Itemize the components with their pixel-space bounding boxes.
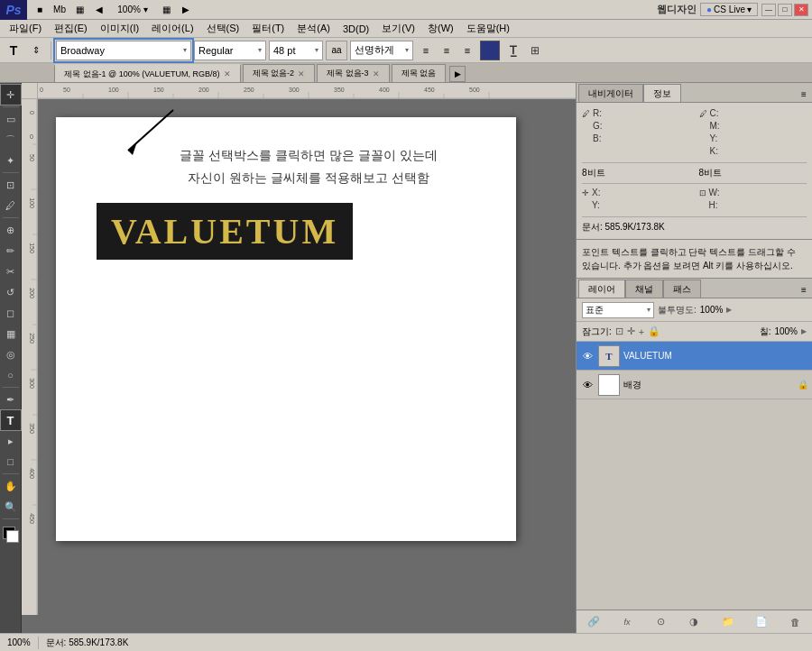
system-icon-4[interactable]: ◀ bbox=[90, 2, 108, 18]
background-color[interactable] bbox=[6, 530, 19, 543]
clone-tool[interactable]: ✂ bbox=[1, 261, 21, 281]
layer-delete-button[interactable]: 🗑 bbox=[786, 613, 804, 631]
valuetum-container[interactable]: VALUETUM bbox=[97, 203, 353, 260]
options-panel-button[interactable]: ⊞ bbox=[525, 41, 545, 60]
history-tool[interactable]: ↺ bbox=[1, 282, 21, 302]
text-orientation-icon[interactable]: ⇕ bbox=[26, 41, 46, 60]
ruler-horizontal: // ruler ticks inline - just draw static… bbox=[38, 83, 576, 99]
font-family-dropdown[interactable]: Broadway ▾ bbox=[56, 41, 191, 60]
magic-wand-tool[interactable]: ✦ bbox=[1, 151, 21, 170]
panel-options-button[interactable]: ≡ bbox=[796, 86, 812, 102]
zoom-tool[interactable]: 🔍 bbox=[1, 497, 21, 517]
system-icon-2[interactable]: Mb bbox=[51, 2, 69, 18]
layer-link-button[interactable]: 🔗 bbox=[585, 613, 603, 631]
layer-fx-button[interactable]: fx bbox=[618, 613, 636, 631]
antialiasing-button[interactable]: aa bbox=[326, 41, 347, 60]
zoom-display[interactable]: 100% ▾ bbox=[110, 2, 155, 18]
close-button[interactable]: ✕ bbox=[794, 4, 808, 16]
heal-tool[interactable]: ⊕ bbox=[1, 220, 21, 240]
tab-channels[interactable]: 채널 bbox=[625, 280, 663, 298]
fill-value[interactable]: 100% bbox=[774, 326, 798, 336]
menu-analysis[interactable]: 분석(A) bbox=[291, 21, 336, 36]
menu-file[interactable]: 파일(F) bbox=[4, 21, 47, 36]
shape-tool[interactable]: □ bbox=[1, 452, 21, 472]
lock-pixels-icon[interactable]: ⊡ bbox=[615, 326, 623, 337]
tab-2-label: 제목 없음-2 bbox=[253, 68, 295, 79]
opacity-arrow[interactable]: ▶ bbox=[726, 306, 732, 314]
menu-3d[interactable]: 3D(D) bbox=[337, 23, 374, 35]
menu-image[interactable]: 이미지(I) bbox=[95, 21, 144, 36]
tab-document-3[interactable]: 제목 없음-3 ✕ bbox=[317, 64, 390, 82]
lock-position-icon[interactable]: ✛ bbox=[627, 326, 635, 337]
system-icon-5[interactable]: ▦ bbox=[157, 2, 175, 18]
menu-window[interactable]: 창(W) bbox=[422, 21, 459, 36]
lock-move-icon[interactable]: + bbox=[639, 326, 644, 337]
font-size-dropdown[interactable]: 48 pt ▾ bbox=[269, 41, 323, 60]
menu-view[interactable]: 보기(V) bbox=[376, 21, 420, 36]
align-right-button[interactable]: ≡ bbox=[457, 41, 477, 60]
menu-filter[interactable]: 필터(T) bbox=[246, 21, 290, 36]
lasso-tool[interactable]: ⌒ bbox=[1, 130, 21, 150]
layer-new-button[interactable]: 📄 bbox=[752, 613, 770, 631]
layer-mask-button[interactable]: ⊙ bbox=[651, 613, 669, 631]
brush-tool[interactable]: ✏ bbox=[1, 241, 21, 261]
blend-mode-dropdown[interactable]: 표준 ▾ bbox=[582, 302, 654, 318]
tab-overflow-button[interactable]: ▶ bbox=[449, 66, 466, 82]
tab-1-close[interactable]: ✕ bbox=[224, 69, 231, 78]
layer-visibility-bg[interactable]: 👁 bbox=[580, 378, 595, 392]
move-tool[interactable]: ✛ bbox=[1, 85, 21, 105]
ruler-v-svg: 0 0 50 100 150 200 250 300 350 400 450 bbox=[22, 99, 38, 615]
system-icon-3[interactable]: ▦ bbox=[70, 2, 88, 18]
fill-arrow[interactable]: ▶ bbox=[801, 327, 807, 335]
info-col-cmyk: 🖊 C: 🖊 M: 🖊 Y: 🖊 bbox=[699, 108, 807, 159]
gradient-tool[interactable]: ▦ bbox=[1, 324, 21, 344]
tab-document-4[interactable]: 제목 없음 bbox=[392, 64, 447, 82]
tab-paths[interactable]: 패스 bbox=[663, 280, 701, 298]
tab-3-close[interactable]: ✕ bbox=[373, 69, 380, 78]
text-tool-icon[interactable]: T bbox=[4, 41, 23, 60]
tab-document-1[interactable]: 제목 없음-1 @ 100% (VALUETUM, RGB/8) ✕ bbox=[54, 64, 241, 82]
layer-item-valuetum[interactable]: 👁 T VALUETUM bbox=[577, 342, 812, 371]
menu-layer[interactable]: 레이어(L) bbox=[146, 21, 198, 36]
layer-adjustment-button[interactable]: ◑ bbox=[685, 613, 703, 631]
layer-panel-options[interactable]: ≡ bbox=[796, 281, 812, 298]
tab-2-close[interactable]: ✕ bbox=[298, 69, 305, 78]
tab-info[interactable]: 정보 bbox=[643, 84, 681, 102]
tab-navigator[interactable]: 내비게이터 bbox=[578, 84, 643, 102]
marquee-tool[interactable]: ▭ bbox=[1, 109, 21, 129]
text-color-swatch[interactable] bbox=[480, 41, 500, 60]
cs-live-button[interactable]: ● CS Live ▾ bbox=[700, 3, 758, 16]
foreground-background[interactable] bbox=[1, 525, 21, 545]
pen-tool[interactable]: ✒ bbox=[1, 390, 21, 409]
layer-group-button[interactable]: 📁 bbox=[719, 613, 737, 631]
system-icon-1[interactable]: ■ bbox=[31, 2, 49, 18]
hand-tool[interactable]: ✋ bbox=[1, 476, 21, 496]
eyedropper-tool[interactable]: 🖊 bbox=[1, 196, 21, 215]
text-tool[interactable]: T bbox=[1, 410, 21, 430]
opacity-value[interactable]: 100% bbox=[700, 305, 724, 315]
menu-edit[interactable]: 편집(E) bbox=[49, 21, 93, 36]
document-canvas[interactable]: 글꼴 선택박스를 클릭하면 많은 글꼴이 있는데 자신이 원하는 글씨체를 적용… bbox=[56, 117, 516, 541]
system-icon-6[interactable]: ▶ bbox=[177, 2, 195, 18]
crop-tool[interactable]: ⊡ bbox=[1, 175, 21, 195]
sharp-dropdown[interactable]: 선명하게 ▾ bbox=[350, 41, 413, 60]
dodge-tool[interactable]: ○ bbox=[1, 365, 21, 385]
blur-tool[interactable]: ◎ bbox=[1, 344, 21, 364]
layer-visibility-valuetum[interactable]: 👁 bbox=[580, 349, 595, 363]
align-left-button[interactable]: ≡ bbox=[416, 41, 436, 60]
menu-help[interactable]: 도움말(H) bbox=[461, 21, 515, 36]
lock-all-icon[interactable]: 🔒 bbox=[648, 326, 660, 337]
tool-separator-5 bbox=[3, 473, 19, 474]
maximize-button[interactable]: □ bbox=[778, 4, 792, 16]
lock-controls: 잠그기: ⊡ ✛ + 🔒 칠: 100% ▶ bbox=[577, 322, 812, 342]
layer-item-background[interactable]: 👁 배경 🔒 bbox=[577, 371, 812, 399]
tab-layers[interactable]: 레이어 bbox=[578, 280, 625, 298]
minimize-button[interactable]: — bbox=[761, 4, 776, 16]
font-style-dropdown[interactable]: Regular ▾ bbox=[194, 41, 266, 60]
eraser-tool[interactable]: ◻ bbox=[1, 303, 21, 323]
path-select-tool[interactable]: ▸ bbox=[1, 431, 21, 451]
warp-text-button[interactable]: T̲ bbox=[503, 41, 522, 60]
menu-select[interactable]: 선택(S) bbox=[201, 21, 245, 36]
tab-document-2[interactable]: 제목 없음-2 ✕ bbox=[243, 64, 316, 82]
align-center-button[interactable]: ≡ bbox=[437, 41, 457, 60]
